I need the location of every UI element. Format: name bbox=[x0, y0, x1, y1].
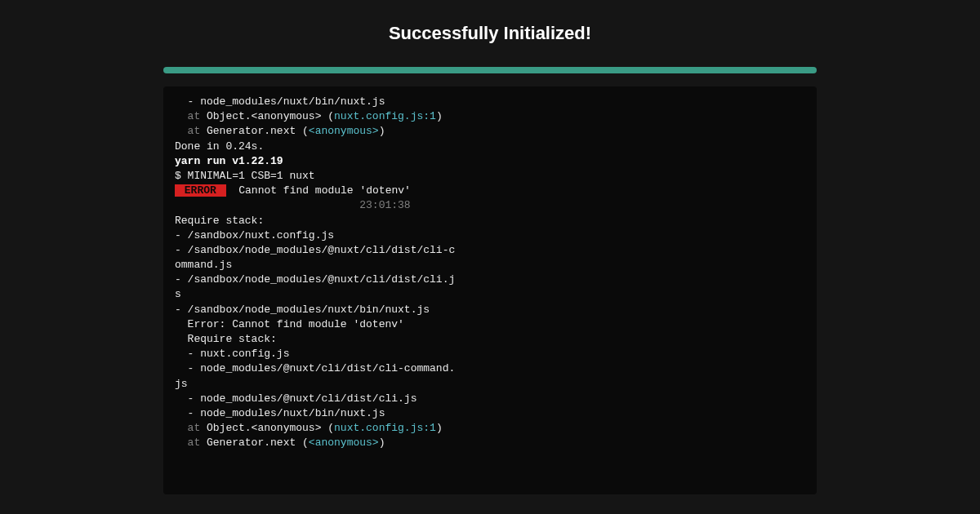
done-line: Done in 0.24s. bbox=[175, 140, 805, 154]
stack-path: js bbox=[175, 377, 805, 392]
error-badge: ERROR bbox=[175, 184, 226, 197]
progress-bar bbox=[163, 67, 817, 73]
stack-line: at Generator.next (<anonymous>) bbox=[175, 124, 805, 139]
source-link[interactable]: <anonymous> bbox=[309, 125, 379, 137]
timestamp-line: 23:01:38 bbox=[175, 198, 805, 213]
source-link[interactable]: nuxt.config.js:1 bbox=[334, 422, 436, 434]
stack-line: at Generator.next (<anonymous>) bbox=[175, 436, 805, 450]
source-link[interactable]: <anonymous> bbox=[309, 436, 379, 449]
stack-line: - node_modules/nuxt/bin/nuxt.js bbox=[175, 95, 805, 109]
yarn-version: yarn run v1.22.19 bbox=[175, 154, 805, 169]
error-message: Error: Cannot find module 'dotenv' bbox=[175, 317, 805, 332]
require-stack-header: Require stack: bbox=[175, 214, 805, 228]
stack-path: - node_modules/@nuxt/cli/dist/cli.js bbox=[175, 392, 805, 406]
stack-path: ommand.js bbox=[175, 258, 805, 273]
stack-line: at Object.<anonymous> (nuxt.config.js:1) bbox=[175, 109, 805, 124]
command-line: $ MINIMAL=1 CSB=1 nuxt bbox=[175, 169, 805, 184]
stack-path: - /sandbox/node_modules/@nuxt/cli/dist/c… bbox=[175, 243, 805, 258]
stack-path: - node_modules/nuxt/bin/nuxt.js bbox=[175, 406, 805, 421]
require-stack-header: Require stack: bbox=[175, 332, 805, 347]
terminal-output[interactable]: - node_modules/nuxt/bin/nuxt.js at Objec… bbox=[163, 86, 817, 494]
stack-line: at Object.<anonymous> (nuxt.config.js:1) bbox=[175, 421, 805, 436]
stack-path: - /sandbox/nuxt.config.js bbox=[175, 228, 805, 243]
stack-path: - /sandbox/node_modules/@nuxt/cli/dist/c… bbox=[175, 273, 805, 287]
stack-path: - node_modules/@nuxt/cli/dist/cli-comman… bbox=[175, 361, 805, 376]
source-link[interactable]: nuxt.config.js:1 bbox=[334, 110, 436, 122]
stack-path: - /sandbox/node_modules/nuxt/bin/nuxt.js bbox=[175, 303, 805, 317]
stack-path: - nuxt.config.js bbox=[175, 347, 805, 361]
error-line: ERROR Cannot find module 'dotenv' bbox=[175, 184, 805, 198]
page-title: Successfully Initialized! bbox=[163, 23, 817, 44]
stack-path: s bbox=[175, 287, 805, 302]
